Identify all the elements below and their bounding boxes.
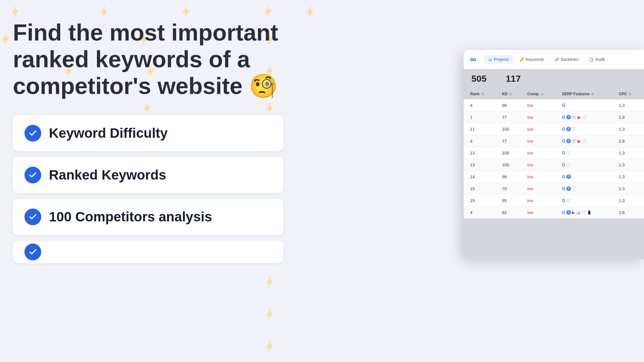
nav-tab-label-keywords: Keywords bbox=[526, 57, 544, 62]
nav-tab-audit[interactable]: 📋Audit bbox=[584, 55, 610, 64]
nav-tab-label-audit: Audit bbox=[595, 57, 605, 62]
stat-value-1: 117 bbox=[506, 74, 521, 84]
cpc-cell: 1.3 bbox=[615, 99, 644, 111]
headline: Find the most important ranked keywords … bbox=[13, 19, 283, 99]
rank-cell: 15 bbox=[464, 195, 498, 207]
kd-cell: 100 bbox=[498, 159, 524, 171]
cart-icon: 🛒 bbox=[572, 115, 577, 119]
rank-cell: 13 bbox=[464, 159, 498, 171]
table-row: 177lowG?🛒▶📄2.8 bbox=[464, 111, 644, 123]
feature-item-0: Keyword Difficulty bbox=[13, 115, 283, 151]
comp-cell: low bbox=[524, 147, 558, 159]
youtube-icon: ▶ bbox=[578, 139, 581, 144]
projects-icon: 🗂 bbox=[488, 57, 492, 62]
app-logo: ∞ bbox=[470, 54, 476, 64]
kd-cell: 70 bbox=[498, 183, 524, 195]
kd-cell: 100 bbox=[498, 123, 524, 135]
question-icon: ? bbox=[566, 127, 571, 131]
nav-tab-keywords[interactable]: 🔑Keywords bbox=[515, 55, 549, 64]
youtube-icon: ▶ bbox=[578, 115, 581, 120]
headline-line2: ranked keywords of a bbox=[13, 46, 250, 72]
google-icon: G bbox=[562, 103, 565, 108]
stats-row: 505117 bbox=[464, 69, 644, 88]
check-icon-2 bbox=[24, 209, 41, 225]
kd-cell: 100 bbox=[498, 147, 524, 159]
doc-icon: 📄 bbox=[572, 127, 576, 131]
kd-cell: 77 bbox=[498, 111, 524, 123]
google-icon: G bbox=[562, 186, 565, 191]
keywords-table: Rank ⇅KD ⇅Comp. ⇅SERP Features ⇅CPC ⇅ 49… bbox=[464, 88, 644, 218]
rank-cell: 4 bbox=[464, 99, 498, 111]
feature-text-0: Keyword Difficulty bbox=[49, 125, 168, 141]
audit-icon: 📋 bbox=[589, 57, 594, 62]
feature-text-2: 100 Competitors analysis bbox=[49, 209, 212, 225]
doc-icon: 📄 bbox=[582, 139, 586, 143]
serp-cell: G?📄 bbox=[558, 183, 615, 195]
table-row: 13100lowG📄1.3 bbox=[464, 147, 644, 159]
col-rank[interactable]: Rank ⇅ bbox=[464, 88, 498, 99]
col-serp-features[interactable]: SERP Features ⇅ bbox=[558, 88, 615, 99]
comp-cell: low bbox=[524, 99, 558, 111]
question-icon: ? bbox=[566, 139, 571, 143]
table-row: 13100lowG📄1.3 bbox=[464, 159, 644, 171]
cpc-cell: 1.3 bbox=[615, 123, 644, 135]
cpc-cell: 2.8 bbox=[615, 111, 644, 123]
doc-icon: 📄 bbox=[566, 199, 571, 203]
cpc-cell: 1.3 bbox=[615, 159, 644, 171]
rank-cell: 4 bbox=[464, 207, 498, 218]
serp-cell: G?📄 bbox=[558, 123, 615, 135]
cpc-cell: 1.8 bbox=[615, 207, 644, 218]
nav-tab-label-backlinks: Backlinks bbox=[561, 57, 579, 62]
youtube-icon: ▶ bbox=[572, 210, 575, 215]
google-icon: G bbox=[562, 115, 565, 120]
rank-cell: 4 bbox=[464, 135, 498, 147]
nav-tab-label-projects: Projects bbox=[494, 57, 509, 62]
nav-tab-projects[interactable]: 🗂Projects bbox=[484, 55, 514, 64]
table-row: 1570lowG?📄1.3 bbox=[464, 183, 644, 195]
doc-icon: 📄 bbox=[582, 115, 586, 119]
feature-list: Keyword DifficultyRanked Keywords100 Com… bbox=[13, 115, 283, 263]
table-row: 1498lowG?1.3 bbox=[464, 171, 644, 183]
rank-cell: 15 bbox=[464, 183, 498, 195]
rank-cell: 13 bbox=[464, 147, 498, 159]
col-cpc[interactable]: CPC ⇅ bbox=[615, 88, 644, 99]
check-icon-1 bbox=[24, 167, 41, 183]
col-comp.[interactable]: Comp. ⇅ bbox=[524, 88, 558, 99]
table-body: 498lowG1.3177lowG?🛒▶📄2.811100lowG?📄1.347… bbox=[464, 99, 644, 218]
nav-tabs: 🗂Projects🔑Keywords🔗Backlinks📋Audit bbox=[484, 55, 610, 64]
doc-icon: 📄 bbox=[582, 210, 586, 215]
serp-cell: G📄 bbox=[558, 195, 615, 207]
comp-cell: low bbox=[524, 159, 558, 171]
google-icon: G bbox=[562, 138, 565, 144]
keywords-icon: 🔑 bbox=[519, 57, 524, 62]
cpc-cell: 1.3 bbox=[615, 195, 644, 207]
feature-text-1: Ranked Keywords bbox=[49, 167, 166, 183]
feature-item-1: Ranked Keywords bbox=[13, 157, 283, 193]
google-icon: G bbox=[562, 126, 565, 132]
table-row: 477lowG?🛒▶📄2.8 bbox=[464, 135, 644, 147]
kd-cell: 98 bbox=[498, 171, 524, 183]
table-row: 11100lowG?📄1.3 bbox=[464, 123, 644, 135]
table-row: 1595lowG📄1.3 bbox=[464, 195, 644, 207]
rank-cell: 11 bbox=[464, 123, 498, 135]
cpc-cell: 1.3 bbox=[615, 147, 644, 159]
sheet-icon: 📊 bbox=[576, 210, 581, 215]
kd-cell: 82 bbox=[498, 207, 524, 218]
serp-cell: G?▶📊📄📱 bbox=[558, 207, 615, 218]
question-icon: ? bbox=[566, 186, 571, 191]
col-kd[interactable]: KD ⇅ bbox=[498, 88, 524, 99]
feature-item-2: 100 Competitors analysis bbox=[13, 199, 283, 235]
question-icon: ? bbox=[566, 115, 571, 119]
google-icon: G bbox=[562, 198, 565, 203]
nav-tab-backlinks[interactable]: 🔗Backlinks bbox=[550, 55, 583, 64]
table-row: 498lowG1.3 bbox=[464, 99, 644, 111]
comp-cell: low bbox=[524, 183, 558, 195]
backlinks-icon: 🔗 bbox=[554, 57, 559, 62]
headline-line1: Find the most important bbox=[13, 20, 278, 45]
cpc-cell: 2.8 bbox=[615, 135, 644, 147]
serp-cell: G bbox=[558, 99, 615, 111]
doc-icon: 📄 bbox=[566, 151, 571, 155]
table-container[interactable]: Rank ⇅KD ⇅Comp. ⇅SERP Features ⇅CPC ⇅ 49… bbox=[464, 88, 644, 259]
stat-0: 505 bbox=[471, 74, 487, 84]
table-header: Rank ⇅KD ⇅Comp. ⇅SERP Features ⇅CPC ⇅ bbox=[464, 88, 644, 99]
